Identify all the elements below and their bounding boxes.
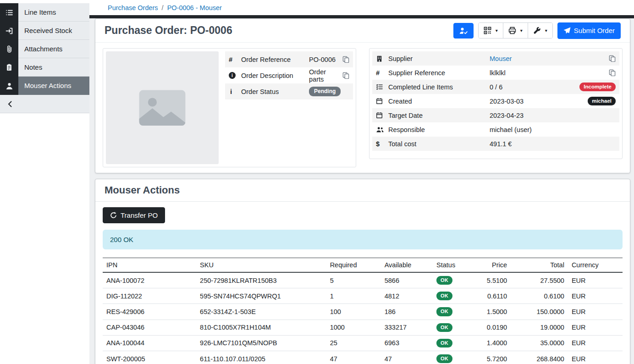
cell-total: 0.6100 xyxy=(511,288,568,304)
mouser-results-table: IPN SKU Required Available Status Price … xyxy=(103,258,623,364)
transfer-po-button[interactable]: Transfer PO xyxy=(103,207,165,223)
cell-status: OK xyxy=(433,272,477,288)
status-ok-badge: OK xyxy=(436,292,452,300)
table-header-row: IPN SKU Required Available Status Price … xyxy=(103,258,623,273)
detail-value: 491.1 € xyxy=(490,140,579,148)
column-header-price: Price xyxy=(477,258,511,273)
column-header-total: Total xyxy=(511,258,568,273)
cell-available: 333217 xyxy=(381,320,433,335)
cell-ipn: ANA-100072 xyxy=(103,272,196,288)
breadcrumb: Purchase Orders / PO-0006 - Mouser xyxy=(89,0,634,15)
list-check-icon xyxy=(376,83,388,90)
column-header-ipn: IPN xyxy=(103,258,196,273)
detail-value: 2023-03-03 xyxy=(490,98,579,105)
calendar-icon xyxy=(376,112,388,119)
order-detail-table: # Order Reference PO-0006 i Order Descri… xyxy=(225,51,353,164)
panel-title: Mouser Actions xyxy=(105,184,621,196)
copy-icon[interactable] xyxy=(609,69,616,76)
sidebar-item-label: Line Items xyxy=(18,3,89,22)
cell-required: 47 xyxy=(326,351,381,364)
caret-down-icon: ▾ xyxy=(496,28,498,33)
detail-row-supplier-reference: # Supplier Reference lklklkl xyxy=(372,66,619,80)
cell-sku: 926-LMC7101QM5/NOPB xyxy=(196,335,326,351)
assign-user-button[interactable] xyxy=(453,23,474,39)
building-icon xyxy=(376,55,388,62)
info-circle-icon: i xyxy=(229,72,241,79)
barcode-actions-button[interactable]: ▾ xyxy=(479,23,503,38)
breadcrumb-link-purchase-orders[interactable]: Purchase Orders xyxy=(108,4,158,11)
detail-value: Pending xyxy=(309,87,349,96)
cell-status: OK xyxy=(433,288,477,304)
cell-ipn: SWT-200005 xyxy=(103,351,196,364)
detail-value: 2023-04-23 xyxy=(490,112,579,119)
image-placeholder-icon xyxy=(135,80,190,135)
print-actions-button[interactable]: ▾ xyxy=(503,23,528,38)
breadcrumb-link-current-order[interactable]: PO-0006 - Mouser xyxy=(167,4,222,11)
detail-row-target-date: Target Date 2023-04-23 xyxy=(372,108,619,122)
sign-in-icon xyxy=(0,22,18,40)
caret-down-icon: ▾ xyxy=(520,28,523,33)
supplier-link[interactable]: Mouser xyxy=(490,55,512,62)
chevron-left-icon xyxy=(6,100,14,108)
cell-sku: 595-SN74HCS74QPWRQ1 xyxy=(196,288,326,304)
incomplete-badge: Incomplete xyxy=(579,83,616,92)
page-title: Purchase Order: PO-0006 xyxy=(105,24,232,37)
cell-available: 6963 xyxy=(381,335,433,351)
sidebar-item-notes[interactable]: Notes xyxy=(0,58,89,77)
detail-label: Order Description xyxy=(241,72,309,79)
detail-label: Total cost xyxy=(388,140,490,148)
cell-ipn: ANA-100044 xyxy=(103,335,196,351)
tools-icon xyxy=(533,27,541,34)
table-row: SWT-200005 611-110.107.011/0205 47 47 OK… xyxy=(103,351,623,364)
cell-price: 0.6110 xyxy=(477,288,511,304)
detail-value: 0 / 6 xyxy=(490,83,579,91)
sidebar-collapse-button[interactable] xyxy=(0,95,89,113)
column-header-sku: SKU xyxy=(196,258,326,273)
copy-icon[interactable] xyxy=(342,72,349,79)
cell-required: 1000 xyxy=(326,320,381,335)
sidebar-item-mouser-actions[interactable]: Mouser Actions xyxy=(0,77,89,95)
top-divider xyxy=(89,15,634,18)
column-header-available: Available xyxy=(381,258,433,273)
detail-value: Order parts xyxy=(309,68,342,83)
column-header-status: Status xyxy=(433,258,477,273)
table-row: ANA-100044 926-LMC7101QM5/NOPB 25 6963 O… xyxy=(103,335,623,351)
detail-row-supplier: Supplier Mouser xyxy=(372,51,619,66)
detail-row-created: Created 2023-03-03 michael xyxy=(372,94,619,108)
detail-label: Target Date xyxy=(388,112,490,119)
sidebar-item-label: Attachments xyxy=(18,40,89,58)
cell-ipn: DIG-112022 xyxy=(103,288,196,304)
sidebar: Line Items Received Stock Attachments No… xyxy=(0,0,89,364)
cell-sku: 810-C1005X7R1H104M xyxy=(196,320,326,335)
order-options-button[interactable]: ▾ xyxy=(528,23,552,38)
cell-status: OK xyxy=(433,335,477,351)
cell-price: 5.7200 xyxy=(477,351,511,364)
refresh-icon xyxy=(110,212,117,219)
cell-price: 1.4000 xyxy=(477,335,511,351)
copy-icon[interactable] xyxy=(342,56,349,63)
mouser-actions-panel: Mouser Actions Transfer PO 200 OK IPN SK… xyxy=(95,179,630,364)
table-row: RES-429006 652-3314Z-1-503E 100 186 OK 1… xyxy=(103,304,623,320)
submit-order-button[interactable]: Submit Order xyxy=(557,22,621,39)
cell-required: 1 xyxy=(326,288,381,304)
purchase-order-panel: Purchase Order: PO-0006 ▾ xyxy=(95,18,630,173)
copy-icon[interactable] xyxy=(609,55,616,62)
submit-order-label: Submit Order xyxy=(574,27,615,35)
cell-currency: EUR xyxy=(568,304,623,320)
supplier-detail-box: Supplier Mouser # Supplier Reference lkl… xyxy=(369,48,623,159)
order-detail-box: # Order Reference PO-0006 i Order Descri… xyxy=(103,48,356,167)
cell-available: 5866 xyxy=(381,272,433,288)
detail-value: Mouser xyxy=(490,55,579,62)
detail-value: lklklkl xyxy=(490,69,579,77)
part-image-placeholder[interactable] xyxy=(106,51,219,164)
detail-row-order-status: i Order Status Pending xyxy=(225,83,353,99)
sidebar-item-line-items[interactable]: Line Items xyxy=(0,3,89,22)
sidebar-item-received-stock[interactable]: Received Stock xyxy=(0,22,89,40)
sidebar-item-attachments[interactable]: Attachments xyxy=(0,40,89,58)
cell-total: 35.0000 xyxy=(511,335,568,351)
sidebar-item-label: Notes xyxy=(18,58,89,77)
caret-down-icon: ▾ xyxy=(545,28,547,33)
cell-total: 19.0000 xyxy=(511,320,568,335)
cell-required: 100 xyxy=(326,304,381,320)
hash-icon: # xyxy=(229,56,241,63)
